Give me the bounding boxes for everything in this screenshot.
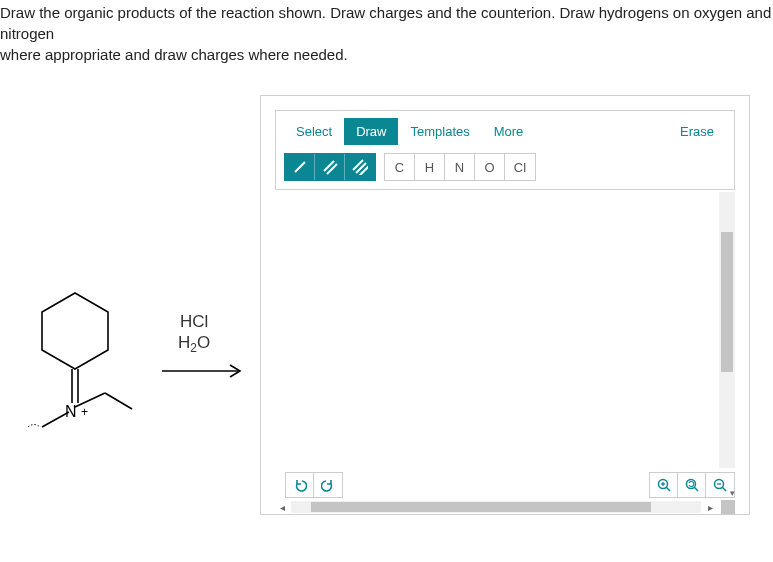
undo-redo-group [285, 472, 343, 498]
bond-tool-group [284, 153, 376, 181]
zoom-out-icon [713, 478, 727, 492]
triple-bond-button[interactable] [345, 154, 375, 180]
tab-erase[interactable]: Erase [668, 118, 726, 145]
horizontal-scroll-row: ◂ ▸ [275, 500, 735, 514]
triple-bond-icon [352, 159, 368, 175]
vertical-scrollbar-thumb[interactable] [721, 232, 733, 372]
structure-editor: Select Draw Templates More Erase [260, 95, 750, 515]
scroll-right-button[interactable]: ▸ [703, 500, 717, 514]
editor-bottom-bar [275, 470, 735, 500]
zoom-in-icon [657, 478, 671, 492]
tab-select[interactable]: Select [284, 118, 344, 145]
svg-marker-0 [42, 293, 108, 369]
atom-h-button[interactable]: H [415, 154, 445, 180]
atom-n-button[interactable]: N [445, 154, 475, 180]
atom-c-button[interactable]: C [385, 154, 415, 180]
scroll-down-indicator-icon: ▾ [730, 488, 735, 498]
svg-text:N: N [65, 403, 77, 420]
prompt-line-1: Draw the organic products of the reactio… [0, 4, 771, 42]
tab-more[interactable]: More [482, 118, 536, 145]
redo-button[interactable] [314, 473, 342, 497]
zoom-reset-icon [685, 478, 699, 492]
tab-templates[interactable]: Templates [398, 118, 481, 145]
svg-line-4 [105, 393, 132, 409]
single-bond-icon [292, 159, 308, 175]
editor-toolbar: Select Draw Templates More Erase [275, 110, 735, 190]
svg-line-9 [295, 162, 305, 172]
tab-draw[interactable]: Draw [344, 118, 398, 145]
svg-line-3 [75, 393, 105, 407]
svg-text:+: + [81, 405, 88, 419]
scroll-corner [721, 500, 735, 514]
atom-cl-button[interactable]: Cl [505, 154, 535, 180]
svg-line-22 [722, 487, 726, 491]
vertical-scrollbar[interactable] [719, 192, 735, 468]
tool-row: C H N O Cl [284, 153, 726, 181]
question-prompt: Draw the organic products of the reactio… [0, 0, 773, 65]
reagent-h2o: H2O [178, 332, 210, 356]
reagent-hcl: HCl [178, 311, 210, 332]
content-row: N + HCl H2O Select Draw Templates More E… [0, 95, 773, 515]
horizontal-scrollbar-thumb[interactable] [311, 502, 651, 512]
tab-row: Select Draw Templates More Erase [284, 117, 726, 145]
redo-icon [321, 478, 335, 492]
scroll-left-button[interactable]: ◂ [275, 500, 289, 514]
undo-button[interactable] [286, 473, 314, 497]
svg-line-20 [694, 487, 698, 491]
reaction-arrow-icon [160, 361, 245, 381]
single-bond-button[interactable] [285, 154, 315, 180]
svg-line-16 [666, 487, 670, 491]
double-bond-button[interactable] [315, 154, 345, 180]
zoom-in-button[interactable] [650, 473, 678, 497]
atom-o-button[interactable]: O [475, 154, 505, 180]
drawing-canvas[interactable] [275, 192, 717, 468]
zoom-reset-button[interactable] [678, 473, 706, 497]
prompt-line-2: where appropriate and draw charges where… [0, 46, 348, 63]
iminium-structure: N + [20, 285, 140, 465]
atom-tool-group: C H N O Cl [384, 153, 536, 181]
double-bond-icon [322, 159, 338, 175]
reagent-labels: HCl H2O [178, 311, 210, 357]
zoom-group [649, 472, 735, 498]
reactant-area: N + HCl H2O [0, 95, 260, 515]
horizontal-scrollbar[interactable] [291, 501, 701, 513]
undo-icon [293, 478, 307, 492]
